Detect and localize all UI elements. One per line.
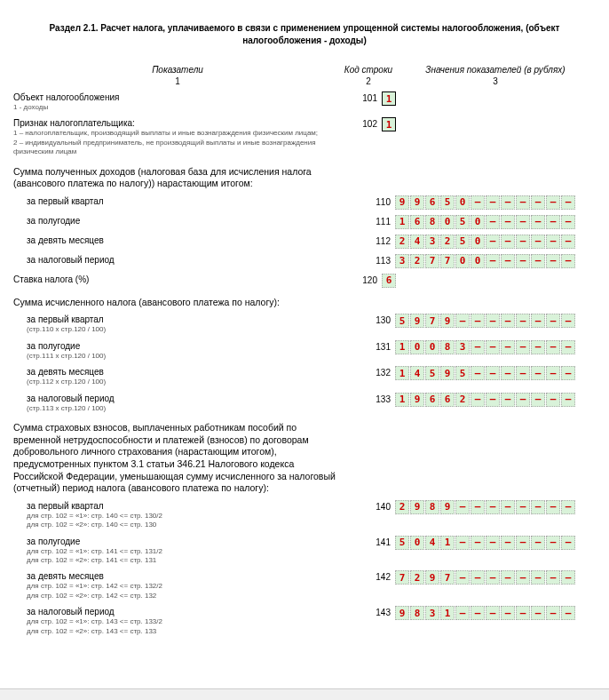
value-cell: 2 bbox=[410, 570, 424, 585]
value-cell bbox=[471, 536, 485, 550]
value-cell bbox=[561, 215, 575, 229]
value-cell: 6 bbox=[440, 393, 455, 407]
value-cell: 1 bbox=[395, 340, 409, 354]
value-cell bbox=[561, 570, 575, 585]
value-cell bbox=[471, 500, 485, 514]
value-cell bbox=[486, 215, 500, 229]
value-cell bbox=[561, 254, 575, 268]
row-sublabel: (стр.111 x стр.120 / 100) bbox=[27, 352, 355, 361]
value-cell: 6 bbox=[410, 215, 424, 229]
value-cell: 1 bbox=[440, 606, 455, 620]
value-cell bbox=[471, 606, 485, 620]
value-cell bbox=[546, 570, 560, 585]
value-cell: 2 bbox=[455, 393, 470, 407]
row-sublabel: 1 - доходы bbox=[13, 103, 342, 112]
row-sublabel: 1 – налогоплательщик, производящий выпла… bbox=[13, 129, 342, 156]
value-cell bbox=[501, 195, 515, 210]
row-label: за первый квартал bbox=[13, 195, 355, 207]
value-cell: 1 bbox=[395, 366, 409, 380]
value-cell bbox=[471, 314, 485, 328]
value-cell bbox=[531, 235, 545, 249]
value-cell bbox=[531, 393, 545, 407]
value-cell bbox=[546, 235, 560, 249]
value-cells: 1 bbox=[382, 117, 396, 131]
row-label: за девять месяцев(стр.112 x стр.120 / 10… bbox=[13, 366, 355, 386]
value-cell: 8 bbox=[440, 340, 455, 354]
row-code: 110 bbox=[355, 195, 395, 207]
value-cell bbox=[471, 195, 485, 210]
form-row: за полугодие(стр.111 x стр.120 / 100)131… bbox=[13, 340, 596, 361]
row-label: за первый кварталдля стр. 102 = «1»: стр… bbox=[13, 500, 355, 530]
value-cell: 5 bbox=[455, 366, 470, 380]
value-cell bbox=[516, 254, 530, 268]
value-cell: 5 bbox=[440, 195, 455, 210]
row-code: 141 bbox=[355, 536, 395, 547]
value-cell bbox=[486, 235, 500, 249]
value-cell: 2 bbox=[395, 235, 409, 249]
value-cell bbox=[561, 393, 575, 407]
value-cell bbox=[531, 366, 545, 380]
value-cell bbox=[546, 366, 560, 380]
value-cell bbox=[486, 254, 500, 268]
value-cell: 5 bbox=[455, 215, 470, 229]
subheader-col1: 1 bbox=[13, 76, 342, 86]
value-cells: 1 bbox=[382, 91, 396, 106]
row-code: 101 bbox=[342, 91, 382, 103]
value-cell bbox=[561, 606, 575, 620]
group-header: Сумма страховых взносов, выплаченных раб… bbox=[13, 422, 342, 495]
value-cells: 9831 bbox=[395, 606, 575, 620]
value-cells: 2989 bbox=[395, 500, 575, 514]
value-cell bbox=[546, 195, 560, 210]
value-cell: 9 bbox=[410, 314, 424, 328]
value-cell bbox=[486, 314, 500, 328]
value-cell bbox=[546, 536, 560, 550]
group-header: Сумма полученных доходов (налоговая база… bbox=[13, 166, 342, 190]
value-cell bbox=[455, 500, 470, 514]
row-label: за девять месяцев bbox=[13, 235, 355, 246]
value-cell bbox=[501, 606, 515, 620]
row-label: за налоговый период bbox=[13, 254, 355, 266]
value-cell bbox=[486, 195, 500, 210]
value-cell: 9 bbox=[395, 195, 409, 210]
value-cell: 3 bbox=[425, 606, 439, 620]
value-cell bbox=[561, 235, 575, 249]
value-cell bbox=[546, 340, 560, 354]
value-cell bbox=[516, 314, 530, 328]
value-cell: 3 bbox=[455, 340, 470, 354]
value-cell bbox=[471, 570, 485, 585]
row-code: 112 bbox=[355, 235, 395, 246]
value-cell bbox=[531, 314, 545, 328]
form-row: за первый кварталдля стр. 102 = «1»: стр… bbox=[13, 500, 596, 530]
row-code: 130 bbox=[355, 314, 395, 325]
value-cells: 10083 bbox=[395, 340, 575, 354]
value-cell: 1 bbox=[440, 536, 455, 550]
value-cell bbox=[531, 536, 545, 550]
value-cell: 5 bbox=[395, 314, 409, 328]
value-cell: 0 bbox=[425, 340, 439, 354]
value-cell bbox=[546, 215, 560, 229]
section-title: Раздел 2.1. Расчет налога, уплачиваемого… bbox=[31, 22, 578, 47]
form-row: за полугодиедля стр. 102 = «1»: стр. 141… bbox=[13, 536, 596, 566]
value-cells: 19662 bbox=[395, 393, 575, 407]
row-label: Признак налогоплательщика:1 – налогоплат… bbox=[13, 117, 342, 156]
value-cell bbox=[561, 500, 575, 514]
value-cell bbox=[455, 606, 470, 620]
value-cell: 5 bbox=[395, 536, 409, 550]
row-code: 143 bbox=[355, 606, 395, 617]
header-col1: Показатели bbox=[13, 65, 342, 75]
value-cell bbox=[486, 366, 500, 380]
row-code: 133 bbox=[355, 393, 395, 404]
row-label: за девять месяцевдля стр. 102 = «1»: стр… bbox=[13, 570, 355, 601]
value-cell: 0 bbox=[410, 536, 424, 550]
row-label: за полугодие bbox=[13, 215, 355, 227]
value-cell: 0 bbox=[471, 235, 485, 249]
value-cell: 1 bbox=[382, 91, 396, 106]
value-cell bbox=[516, 393, 530, 407]
value-cell bbox=[455, 536, 470, 550]
value-cell: 9 bbox=[440, 314, 455, 328]
value-cell: 0 bbox=[471, 215, 485, 229]
value-cell: 7 bbox=[425, 314, 439, 328]
row-sublabel: (стр.110 x стр.120 / 100) bbox=[27, 325, 355, 334]
row-sublabel: для стр. 102 = «1»: стр. 142 <= стр. 132… bbox=[27, 582, 355, 601]
row-sublabel: для стр. 102 = «1»: стр. 140 <= стр. 130… bbox=[27, 512, 355, 530]
